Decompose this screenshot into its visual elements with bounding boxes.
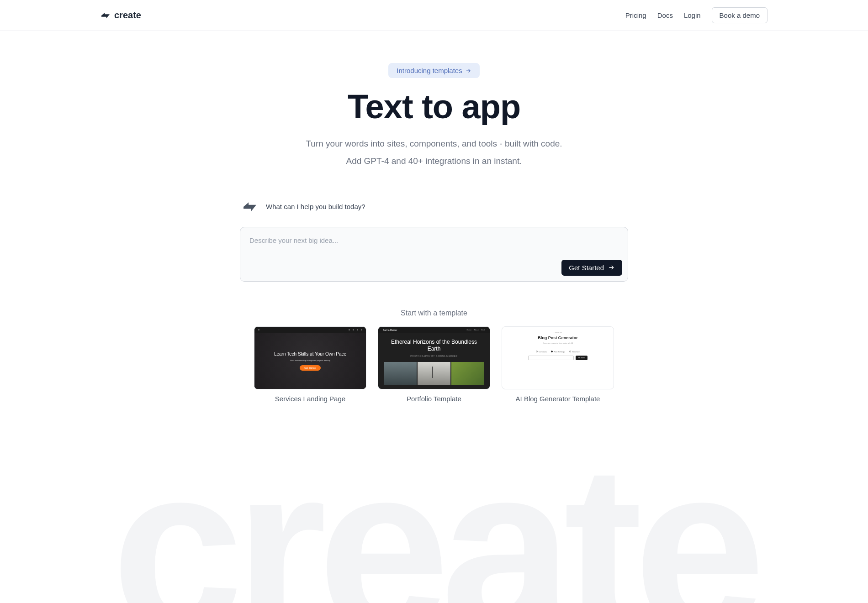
arrow-right-icon (465, 68, 471, 74)
input-container: Get Started (240, 227, 628, 282)
nav-docs[interactable]: Docs (657, 11, 673, 19)
prompt-logo-icon (242, 200, 258, 213)
header: create Pricing Docs Login Book a demo (0, 0, 868, 31)
template-card-blog-generator[interactable]: Create an Blog Post Generator Generate e… (502, 326, 614, 403)
idea-input[interactable] (249, 236, 619, 252)
hero-title: Text to app (228, 87, 640, 126)
announcement-pill[interactable]: Introducing templates (388, 63, 479, 78)
nav: Pricing Docs Login Book a demo (625, 7, 767, 23)
template-card-services[interactable]: Learn Tech Skills at Your Own Pace Start… (254, 326, 366, 403)
template-name: Services Landing Page (254, 395, 366, 403)
prompt-section: What can I help you build today? Get Sta… (240, 200, 628, 282)
templates-heading: Start with a template (240, 309, 628, 317)
get-started-label: Get Started (569, 264, 604, 272)
logo[interactable]: create (101, 10, 141, 21)
templates-section: Start with a template Learn Tech Skills … (240, 309, 628, 403)
template-preview: Learn Tech Skills at Your Own Pace Start… (254, 326, 366, 389)
template-preview: Create an Blog Post Generator Generate e… (502, 326, 614, 389)
prompt-greeting: What can I help you build today? (266, 203, 365, 210)
logo-text: create (114, 10, 141, 21)
template-card-portfolio[interactable]: Sarina Mercer Home About Work Ethereal H… (378, 326, 490, 403)
nav-login[interactable]: Login (684, 11, 701, 19)
nav-pricing[interactable]: Pricing (625, 11, 646, 19)
hero-section: Introducing templates Text to app Turn y… (228, 31, 640, 168)
template-preview: Sarina Mercer Home About Work Ethereal H… (378, 326, 490, 389)
hero-subtitle-1: Turn your words into sites, components, … (228, 137, 640, 151)
template-name: AI Blog Generator Template (502, 395, 614, 403)
arrow-right-icon (608, 264, 615, 271)
template-name: Portfolio Template (378, 395, 490, 403)
prompt-header: What can I help you build today? (240, 200, 628, 213)
logo-icon (101, 11, 111, 20)
hero-subtitle-2: Add GPT-4 and 40+ integrations in an ins… (228, 154, 640, 168)
announcement-text: Introducing templates (397, 67, 462, 74)
book-demo-button[interactable]: Book a demo (712, 7, 767, 23)
get-started-button[interactable]: Get Started (561, 260, 622, 276)
templates-grid: Learn Tech Skills at Your Own Pace Start… (240, 326, 628, 403)
